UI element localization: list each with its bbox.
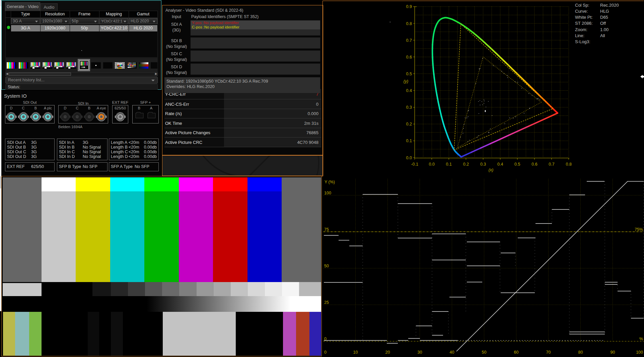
- svg-text:0.8: 0.8: [406, 21, 412, 26]
- svg-text:30: 30: [418, 350, 422, 355]
- svg-text:Line:: Line:: [575, 33, 584, 38]
- svg-text:Y (%): Y (%): [325, 180, 335, 184]
- svg-text:(x): (x): [489, 168, 494, 172]
- svg-text:Col Sp:: Col Sp:: [575, 3, 589, 8]
- svg-text:60: 60: [514, 350, 519, 355]
- svg-text:0.7: 0.7: [406, 38, 412, 43]
- svg-text:0.5: 0.5: [406, 72, 412, 76]
- svg-text:HLG: HLG: [600, 9, 609, 14]
- svg-text:0.1: 0.1: [406, 139, 412, 143]
- svg-text:0.8: 0.8: [566, 162, 572, 167]
- svg-text:50: 50: [324, 264, 329, 268]
- svg-text:ST 2086:: ST 2086:: [575, 21, 593, 26]
- svg-text:White Pt:: White Pt:: [575, 15, 593, 20]
- svg-text:100: 100: [324, 191, 331, 195]
- svg-text:0.2: 0.2: [406, 122, 412, 126]
- svg-text:75: 75: [324, 227, 329, 232]
- svg-text:1.00: 1.00: [600, 27, 609, 32]
- svg-text:0.3: 0.3: [480, 162, 486, 167]
- svg-text:0.6: 0.6: [531, 162, 537, 167]
- svg-text:-0.1: -0.1: [411, 162, 418, 167]
- svg-text:100: 100: [636, 350, 643, 355]
- svg-text:0.0: 0.0: [429, 162, 435, 167]
- svg-text:Curve:: Curve:: [575, 9, 588, 14]
- svg-text:90: 90: [611, 350, 615, 355]
- svg-text:25: 25: [324, 300, 329, 305]
- svg-text:S-Log3:: S-Log3:: [575, 39, 590, 44]
- svg-text:Off: Off: [600, 21, 606, 26]
- svg-text:0.3: 0.3: [406, 105, 412, 110]
- svg-text:10: 10: [353, 350, 358, 355]
- svg-text:0.6: 0.6: [406, 55, 412, 60]
- svg-text:(y): (y): [404, 79, 409, 84]
- svg-text:0.2: 0.2: [463, 162, 469, 167]
- svg-text:0.9: 0.9: [406, 4, 412, 9]
- svg-text:20: 20: [385, 350, 390, 355]
- svg-text:70: 70: [546, 350, 551, 355]
- svg-text:%: %: [639, 337, 643, 341]
- svg-text:50: 50: [482, 350, 487, 355]
- svg-text:0.4: 0.4: [497, 162, 503, 167]
- svg-text:0.0: 0.0: [406, 156, 412, 160]
- svg-text:0.1: 0.1: [446, 162, 452, 167]
- svg-text:D65: D65: [600, 15, 608, 20]
- svg-text:All: All: [600, 33, 605, 38]
- svg-text:0.7: 0.7: [549, 162, 554, 167]
- svg-text:0: 0: [324, 350, 327, 355]
- svg-text:0.4: 0.4: [406, 88, 412, 93]
- svg-text:75%: 75%: [635, 227, 643, 232]
- svg-text:Rec.2020: Rec.2020: [600, 3, 619, 8]
- svg-text:40: 40: [450, 350, 454, 355]
- svg-text:80: 80: [578, 350, 583, 355]
- svg-text:0.5: 0.5: [514, 162, 520, 167]
- svg-text:Zoom:: Zoom:: [575, 27, 587, 32]
